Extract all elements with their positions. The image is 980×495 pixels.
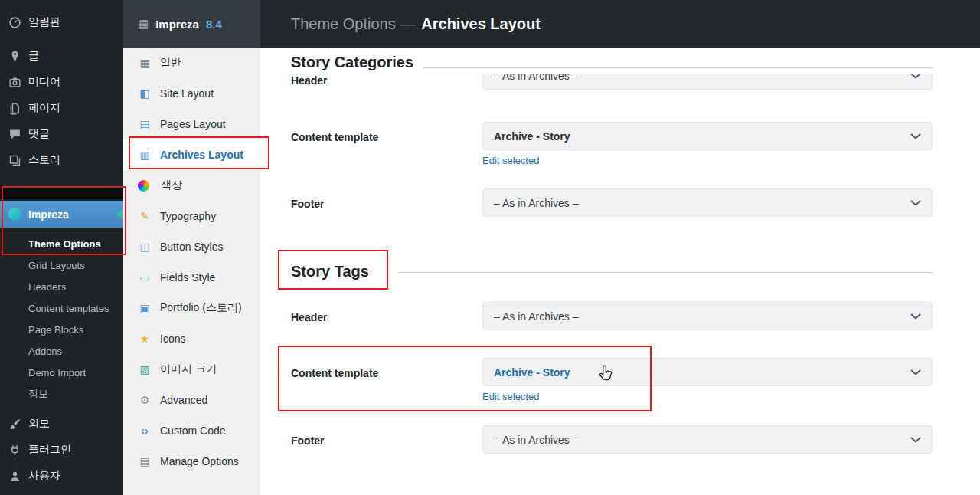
submenu-item-demo-import[interactable]: Demo Import: [0, 362, 122, 383]
panel-item-label: Pages Layout: [160, 118, 226, 130]
dashboard-icon: [8, 16, 21, 29]
selected-value: Archive - Story: [494, 130, 570, 143]
edit-selected-link[interactable]: Edit selected: [482, 391, 539, 402]
field-label-content-template: Content template: [291, 367, 378, 379]
submenu-item-grid-layouts[interactable]: Grid Layouts: [0, 254, 122, 276]
panel-item-custom-code[interactable]: ‹›Custom Code: [122, 415, 260, 446]
typography-pen-icon: ✎: [138, 210, 152, 222]
sidebar-label: 글: [28, 49, 39, 63]
sidebar-label: 미디어: [28, 75, 60, 89]
chevron-down-icon: [910, 369, 921, 375]
selected-value: – As in Archives –: [494, 310, 579, 323]
sidebar-label: 알림판: [28, 15, 60, 29]
sidebar-label: 외모: [28, 417, 50, 431]
panel-item-general[interactable]: ▦일반: [122, 48, 260, 78]
panel-item-archives-layout[interactable]: ▥Archives Layout: [122, 139, 260, 170]
panel-item-label: Site Layout: [160, 87, 214, 100]
header-select[interactable]: – As in Archives –: [482, 302, 933, 330]
submenu-item-theme-options[interactable]: Theme Options: [0, 233, 122, 254]
impreza-logo-icon: [8, 208, 21, 221]
wordpress-admin-screen: 알림판 글 미디어 페이지 댓글 스토리 Impreza Theme Opt: [0, 0, 980, 495]
panel-header: ▦ Impreza 8.4: [122, 0, 260, 48]
sidebar-item-appearance[interactable]: 외모: [0, 411, 122, 437]
sidebar-item-pages[interactable]: 페이지: [0, 95, 122, 121]
chevron-down-icon: [910, 200, 921, 206]
submenu-item-addons[interactable]: Addons: [0, 340, 122, 362]
content-template-select-hovered[interactable]: Archive - Story: [482, 358, 933, 386]
sidebar-item-media[interactable]: 미디어: [0, 69, 122, 95]
current-menu-arrow-icon: [116, 208, 122, 219]
submenu-label: Demo Import: [28, 367, 86, 379]
panel-item-label: Custom Code: [160, 425, 226, 437]
submenu-label: Page Blocks: [28, 324, 83, 336]
button-styles-icon: ◫: [138, 241, 152, 253]
panel-brand: Impreza: [155, 18, 199, 31]
panel-item-icons[interactable]: ★Icons: [122, 323, 260, 354]
panel-item-label: 이미지 크기: [160, 362, 217, 376]
manage-options-icon: ▤: [138, 455, 152, 467]
submenu-label: Theme Options: [28, 238, 101, 250]
section-heading-block: Story Categories: [260, 48, 980, 74]
footer-select[interactable]: – As in Archives –: [482, 425, 933, 454]
panel-item-label: Button Styles: [160, 241, 224, 253]
panel-item-typography[interactable]: ✎Typography: [122, 201, 260, 231]
panel-item-label: Manage Options: [160, 455, 239, 467]
panel-item-fields-style[interactable]: ▭Fields Style: [122, 262, 260, 293]
page-title: Archives Layout: [421, 15, 541, 33]
menu-separator: [0, 187, 122, 199]
plug-icon: [8, 444, 21, 457]
sidebar-item-impreza[interactable]: Impreza: [0, 201, 122, 228]
color-wheel-icon: [138, 180, 149, 192]
sidebar-label: 댓글: [28, 127, 50, 141]
sidebar-item-dashboard[interactable]: 알림판: [0, 9, 122, 35]
panel-item-pages-layout[interactable]: ▤Pages Layout: [122, 109, 260, 139]
field-label-content-template: Content template: [291, 131, 378, 143]
sidebar-item-plugins[interactable]: 플러그인: [0, 437, 122, 463]
panel-item-label: Portfolio (스토리): [160, 301, 242, 315]
sidebar-item-story[interactable]: 스토리: [0, 147, 122, 173]
sidebar-label: 스토리: [28, 153, 60, 167]
submenu-label: 정보: [28, 387, 48, 401]
panel-item-image-sizes[interactable]: ▨이미지 크기: [122, 354, 260, 385]
pin-icon: [8, 50, 21, 63]
panel-item-label: 일반: [160, 56, 181, 70]
panel-item-button-styles[interactable]: ◫Button Styles: [122, 231, 260, 262]
panel-logo-icon: ▦: [138, 17, 149, 31]
portfolio-icon: ▣: [138, 302, 152, 314]
panel-item-colors[interactable]: 색상: [122, 170, 260, 201]
submenu-item-content-templates[interactable]: Content templates: [0, 297, 122, 319]
pages-layout-icon: ▤: [138, 118, 152, 130]
sidebar-item-posts[interactable]: 글: [0, 43, 122, 69]
panel-item-label: Typography: [160, 210, 216, 222]
edit-selected-link[interactable]: Edit selected: [482, 155, 539, 166]
content-area: Header – As in Archives – Story Categori…: [260, 48, 980, 495]
submenu-label: Content templates: [28, 303, 109, 314]
panel-item-label: Archives Layout: [160, 149, 243, 161]
field-label-header-partial: Header: [291, 74, 327, 87]
submenu-item-info[interactable]: 정보: [0, 383, 122, 405]
footer-select[interactable]: – As in Archives –: [482, 188, 933, 217]
content-template-select[interactable]: Archive - Story: [482, 122, 933, 150]
panel-item-advanced[interactable]: ⚙Advanced: [122, 385, 260, 415]
image-sizes-icon: ▨: [138, 363, 152, 375]
panel-item-manage-options[interactable]: ▤Manage Options: [122, 446, 260, 477]
sidebar-item-users[interactable]: 사용자: [0, 463, 122, 489]
camera-icon: [8, 76, 21, 89]
panel-item-label: Advanced: [160, 394, 207, 406]
sidebar-label: 사용자: [28, 469, 60, 483]
breadcrumb: Theme Options —: [291, 15, 415, 33]
panel-item-portfolio[interactable]: ▣Portfolio (스토리): [122, 293, 260, 323]
submenu-item-page-blocks[interactable]: Page Blocks: [0, 319, 122, 340]
panel-version: 8.4: [206, 18, 222, 31]
star-icon: ★: [138, 333, 152, 345]
field-label-header: Header: [291, 311, 327, 323]
page-header: Theme Options — Archives Layout: [260, 0, 980, 48]
brush-icon: [8, 418, 21, 431]
selected-value: Archive - Story: [494, 366, 570, 379]
panel-item-site-layout[interactable]: ◧Site Layout: [122, 78, 260, 109]
submenu-item-headers[interactable]: Headers: [0, 276, 122, 297]
heading-rule: [398, 272, 933, 273]
admin-sidebar: 알림판 글 미디어 페이지 댓글 스토리 Impreza Theme Opt: [0, 0, 122, 495]
selected-value: – As in Archives –: [494, 197, 579, 209]
sidebar-item-comments[interactable]: 댓글: [0, 121, 122, 147]
